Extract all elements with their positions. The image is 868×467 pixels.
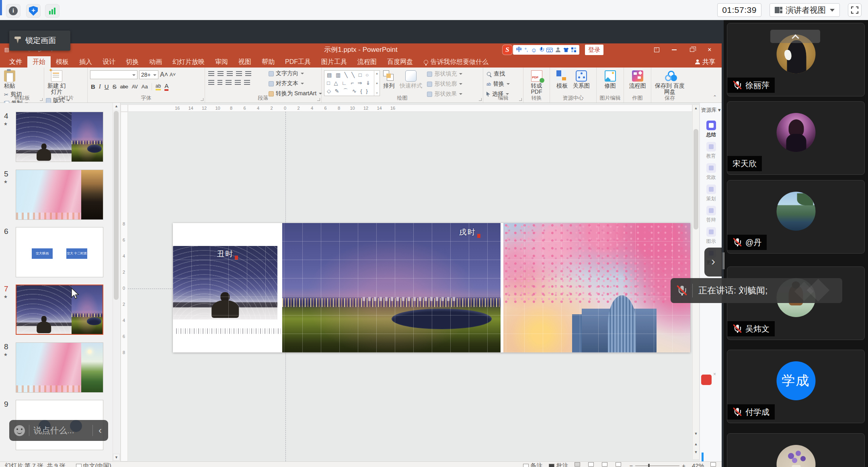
expand-panel-button[interactable]: › (704, 248, 722, 277)
reading-view-icon[interactable] (602, 462, 607, 467)
align-center-icon[interactable] (218, 80, 222, 85)
tab-10[interactable]: 帮助 (257, 56, 280, 68)
emoji-icon[interactable] (14, 425, 25, 436)
tell-me-box[interactable]: 告诉我你想要做什么 (424, 56, 488, 68)
resource-item-0[interactable]: 总结 (700, 121, 722, 138)
arrange-button[interactable]: 排列 (382, 70, 396, 91)
increase-indent-icon[interactable] (236, 71, 242, 76)
tab-14[interactable]: 百度网盘 (382, 56, 418, 68)
change-case-button[interactable]: Aa (142, 84, 148, 90)
scroll-up-icon[interactable]: ▲ (113, 103, 120, 110)
tab-4[interactable]: 设计 (97, 56, 121, 68)
network-stats-button[interactable] (45, 4, 60, 18)
ime-punct-icon[interactable]: °, (525, 47, 528, 53)
login-button[interactable]: 登录 (585, 45, 603, 55)
participant-tile[interactable]: 宋天欣 (727, 101, 865, 175)
fit-to-window-icon[interactable] (710, 462, 716, 467)
participant-tile[interactable] (727, 433, 865, 467)
share-button[interactable]: 共享 (695, 56, 715, 68)
dialog-launcher-icon[interactable] (519, 98, 522, 101)
flowchart-button[interactable]: 流程图 (628, 70, 648, 90)
collapse-ribbon-icon[interactable]: ⌃ (713, 94, 717, 100)
security-button[interactable] (26, 4, 41, 18)
close-button[interactable]: × (701, 43, 718, 56)
scrollbar-thumb[interactable] (114, 111, 119, 300)
scroll-down-icon[interactable]: ▼ (113, 454, 120, 461)
collapse-tiles-button[interactable] (770, 30, 820, 43)
dialog-launcher-icon[interactable] (317, 98, 320, 101)
decrease-indent-icon[interactable] (227, 71, 233, 76)
promo-gift-icon[interactable] (701, 375, 712, 385)
participant-tile[interactable]: 徐丽萍 (727, 23, 865, 96)
line-spacing-icon[interactable] (245, 71, 251, 76)
slide-sorter-view-icon[interactable] (588, 462, 594, 467)
font-size-input[interactable]: 28+ (139, 70, 158, 79)
ime-toolbar[interactable]: S 中 °, ☺ (503, 45, 579, 55)
highlight-color-button[interactable]: ab (156, 83, 161, 90)
tab-3[interactable]: 插入 (74, 56, 97, 68)
minimize-button[interactable] (665, 43, 683, 56)
participant-tile[interactable]: 吴炜文 (727, 266, 865, 340)
tab-2[interactable]: 模板 (51, 56, 74, 68)
ime-menu-icon[interactable] (571, 47, 576, 52)
font-name-input[interactable] (90, 70, 137, 79)
maximize-button[interactable] (683, 43, 701, 56)
quick-styles-button[interactable]: 快速样式 (398, 70, 424, 90)
align-left-icon[interactable] (208, 80, 214, 85)
thumbnail-slide-4[interactable]: 4 ★ (0, 112, 113, 162)
dialog-launcher-icon[interactable] (201, 98, 203, 101)
italic-button[interactable]: I (99, 83, 101, 90)
sogou-ime-icon[interactable]: S (503, 45, 512, 55)
tab-13[interactable]: 流程图 (352, 56, 382, 68)
resource-item-1[interactable]: 教育 (700, 142, 722, 160)
next-slide-icon[interactable]: ▼ (693, 449, 699, 455)
zoom-level[interactable]: 42% (692, 462, 704, 467)
save-to-baidu-pan-button[interactable]: 保存到 百度网盘 (651, 70, 688, 96)
ime-account-icon[interactable] (556, 47, 560, 52)
normal-view-icon[interactable] (575, 462, 580, 467)
resource-library-title[interactable]: 资源库 ▾ (700, 107, 722, 114)
resource-item-5[interactable]: 图示 (700, 227, 722, 245)
new-slide-button[interactable]: 新建 幻灯片 (46, 70, 68, 97)
view-mode-dropdown[interactable]: 演讲者视图 (770, 3, 840, 17)
emoji-icon[interactable]: ☺ (531, 47, 537, 53)
info-button[interactable]: i (6, 4, 21, 18)
justify-icon[interactable] (235, 80, 241, 85)
soft-keyboard-icon[interactable] (546, 48, 553, 52)
zoom-slider[interactable]: −+ (629, 462, 685, 467)
ime-skin-icon[interactable] (563, 48, 568, 52)
pin-window-button[interactable] (648, 43, 665, 56)
collapse-chat-icon[interactable]: ‹ (97, 425, 103, 436)
dialog-launcher-icon[interactable] (40, 98, 43, 101)
slide-editing-surface[interactable]: 丑时 戌时 (173, 223, 690, 352)
columns-icon[interactable] (244, 80, 250, 85)
slide-canvas[interactable]: 丑时 戌时 (128, 112, 692, 461)
ime-lang-toggle[interactable]: 中 (516, 46, 522, 53)
dialog-launcher-icon[interactable] (479, 98, 482, 101)
resource-item-3[interactable]: 策划 (700, 184, 722, 202)
photo-night-campus[interactable]: 戌时 (282, 223, 501, 352)
comments-toggle[interactable]: 批注 (549, 462, 568, 467)
text-direction-button[interactable]: 文字方向 (269, 70, 322, 77)
tab-7[interactable]: 幻灯片放映 (167, 56, 210, 68)
tab-8[interactable]: 审阅 (210, 56, 233, 68)
resource-item-4[interactable]: 答辩 (700, 206, 722, 223)
tab-0[interactable]: 文件 (4, 56, 27, 68)
scroll-down-icon[interactable]: ▼ (693, 430, 699, 437)
gallery-scroll[interactable]: ▴▾▿ (374, 71, 380, 96)
resource-item-2[interactable]: 党政 (700, 163, 722, 181)
notes-toggle[interactable]: 备注 (523, 462, 542, 467)
shapes-gallery[interactable]: ▤ ▥ ╲ ╲ □ ○□ △ ∟ ⌐ ⇒ ⇓◇ ✎ ⌒ ∿ { } ▴▾▿ (324, 70, 380, 96)
replace-button[interactable]: ab替换 (486, 80, 510, 88)
slideshow-view-icon[interactable] (616, 462, 621, 467)
promo-close-icon[interactable]: × (713, 371, 716, 377)
grow-font-button[interactable]: A˄ (160, 71, 168, 78)
shadow-button[interactable]: S (113, 83, 117, 90)
tab-6[interactable]: 动画 (144, 56, 167, 68)
chat-input[interactable]: 说点什么... (33, 425, 88, 436)
underline-button[interactable]: U (105, 83, 109, 90)
convert-pdf-button[interactable]: 转成 PDF (523, 70, 550, 96)
tab-12[interactable]: 图片工具 (316, 56, 352, 68)
participant-tile[interactable]: @丹 (727, 180, 865, 254)
align-text-button[interactable]: 对齐文本 (269, 80, 322, 87)
